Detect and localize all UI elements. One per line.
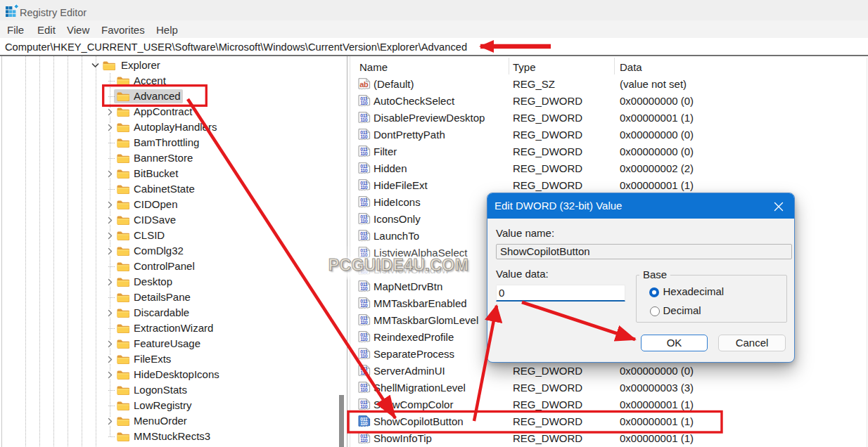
svg-text:110: 110 [360,134,368,139]
svg-text:110: 110 [360,286,368,291]
svg-text:110: 110 [360,117,368,122]
svg-text:110: 110 [360,421,368,426]
svg-text:110: 110 [360,235,368,240]
svg-text:110: 110 [360,202,368,207]
svg-text:110: 110 [360,404,368,409]
svg-text:110: 110 [360,185,368,190]
svg-text:110: 110 [360,151,368,156]
svg-text:110: 110 [360,320,368,325]
svg-text:ab: ab [359,80,369,89]
svg-text:110: 110 [360,354,368,358]
svg-text:110: 110 [360,387,368,392]
svg-text:110: 110 [360,303,368,308]
svg-text:110: 110 [360,370,368,375]
svg-text:110: 110 [360,219,368,224]
svg-text:110: 110 [360,438,368,443]
svg-text:110: 110 [360,101,368,105]
svg-text:110: 110 [360,168,368,173]
svg-text:110: 110 [360,337,368,342]
